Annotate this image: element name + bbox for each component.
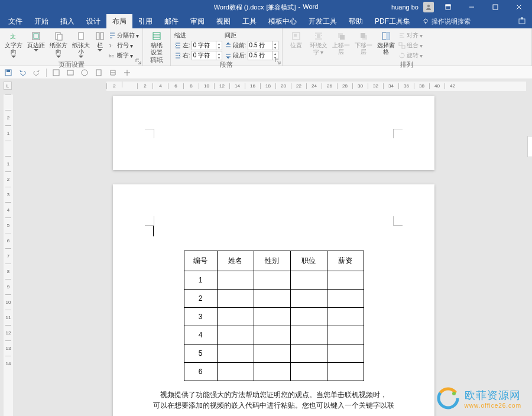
manuscript-settings-button[interactable]: 稿纸 设置 bbox=[147, 30, 167, 56]
share-icon[interactable] bbox=[518, 17, 526, 25]
indent-header: 缩进 bbox=[174, 31, 222, 40]
columns-button[interactable]: 栏 bbox=[93, 30, 106, 51]
svg-text:1·: 1· bbox=[109, 43, 113, 48]
ribbon-tabs: 文件 开始 插入 设计 布局 引用 邮件 审阅 视图 工具 模板中心 开发工具 … bbox=[0, 14, 532, 28]
indent-left-icon bbox=[174, 42, 181, 49]
table-header-cell[interactable]: 职位 bbox=[290, 251, 327, 271]
group-label-manuscript: 稿纸 bbox=[147, 56, 167, 66]
group-label-paragraph: 段落 bbox=[174, 60, 278, 70]
indent-right-row: 右: ▴▾ bbox=[174, 51, 222, 60]
spacing-header: 间距 bbox=[225, 31, 278, 40]
text-direction-icon: 文 bbox=[8, 31, 19, 41]
document-name: Word教程 ().docx bbox=[214, 3, 264, 12]
document-table[interactable]: 编号 姓名 性别 职位 薪资 1 2 3 4 5 6 bbox=[184, 251, 364, 381]
table-row[interactable]: 5 bbox=[184, 344, 364, 363]
table-row[interactable]: 4 bbox=[184, 326, 364, 344]
tab-tools[interactable]: 工具 bbox=[236, 14, 262, 28]
table-header-row[interactable]: 编号 姓名 性别 职位 薪资 bbox=[184, 251, 364, 271]
document-area[interactable]: 编号 姓名 性别 职位 薪资 1 2 3 4 5 6 视频提供了功能强大的方法帮… bbox=[15, 92, 532, 416]
indent-right-input[interactable]: ▴▾ bbox=[192, 51, 222, 60]
position-icon bbox=[291, 31, 301, 41]
wrap-text-button: 环绕文 字 ▾ bbox=[309, 30, 329, 56]
svg-text:文: 文 bbox=[10, 33, 16, 40]
table-header-cell[interactable]: 姓名 bbox=[217, 251, 254, 271]
line-numbers-button[interactable]: 1·行号▾ bbox=[109, 41, 139, 50]
orientation-button[interactable]: 纸张方向 bbox=[48, 30, 69, 58]
horizontal-ruler[interactable]: 224681012141618202224262830323436384042 bbox=[106, 82, 526, 91]
ruler-tab-selector[interactable]: L bbox=[4, 82, 12, 90]
chevron-down-icon bbox=[79, 56, 83, 58]
ribbon-display-options-icon[interactable] bbox=[439, 1, 458, 14]
tab-developer[interactable]: 开发工具 bbox=[303, 14, 343, 28]
chevron-down-icon bbox=[11, 56, 16, 58]
body-paragraph[interactable]: 视频提供了功能强大的方法帮助您证明您的观点。当您单击联机视频时， 可以在想要添加… bbox=[148, 389, 399, 411]
forward-icon bbox=[336, 31, 346, 41]
table-header-cell[interactable]: 编号 bbox=[184, 251, 217, 271]
svg-rect-33 bbox=[399, 43, 402, 46]
minimize-button[interactable] bbox=[462, 1, 481, 14]
spin-up[interactable]: ▴ bbox=[216, 41, 222, 46]
spin-up[interactable]: ▴ bbox=[272, 41, 278, 46]
indent-right-icon bbox=[174, 52, 181, 59]
maximize-button[interactable] bbox=[486, 1, 505, 14]
tab-layout[interactable]: 布局 bbox=[106, 14, 132, 28]
svg-rect-16 bbox=[79, 32, 83, 40]
table-row[interactable]: 6 bbox=[184, 363, 364, 381]
indent-left-input[interactable]: ▴▾ bbox=[192, 41, 222, 50]
dialog-launcher-icon[interactable] bbox=[135, 58, 141, 64]
dialog-launcher-icon[interactable] bbox=[275, 58, 281, 64]
rotate-button: 旋转▾ bbox=[398, 51, 423, 60]
spacing-after-icon bbox=[225, 52, 232, 59]
spin-down[interactable]: ▾ bbox=[216, 56, 222, 60]
tab-file[interactable]: 文件 bbox=[2, 14, 28, 28]
table-row[interactable]: 1 bbox=[184, 271, 364, 290]
tell-me-search[interactable]: 操作说明搜索 bbox=[422, 14, 471, 28]
text-direction-button[interactable]: 文 文字方向 bbox=[4, 30, 24, 58]
margins-button[interactable]: 页边距 bbox=[26, 30, 46, 51]
spin-down[interactable]: ▾ bbox=[216, 46, 222, 50]
size-button[interactable]: 纸张大小 bbox=[71, 30, 91, 58]
tab-home[interactable]: 开始 bbox=[28, 14, 54, 28]
spacing-after-input[interactable]: ▴▾ bbox=[248, 51, 278, 60]
vertical-ruler[interactable]: 211234567891011121314 bbox=[4, 95, 13, 416]
tab-template[interactable]: 模板中心 bbox=[262, 14, 303, 28]
tab-help[interactable]: 帮助 bbox=[343, 14, 369, 28]
spin-up[interactable]: ▴ bbox=[216, 51, 222, 56]
table-header-cell[interactable]: 薪资 bbox=[327, 251, 364, 271]
breaks-button[interactable]: 分隔符▾ bbox=[109, 31, 139, 40]
close-button[interactable] bbox=[510, 1, 528, 14]
svg-rect-13 bbox=[34, 34, 38, 38]
tab-pdf[interactable]: PDF工具集 bbox=[369, 14, 416, 28]
group-label-page-setup: 页面设置 bbox=[4, 60, 139, 70]
svg-point-10 bbox=[521, 17, 523, 20]
indent-left-row: 左: ▴▾ bbox=[174, 41, 222, 50]
tab-design[interactable]: 设计 bbox=[80, 14, 106, 28]
chevron-down-icon bbox=[34, 49, 38, 51]
tab-mailings[interactable]: 邮件 bbox=[158, 14, 184, 28]
page-size-icon bbox=[76, 31, 86, 41]
svg-rect-15 bbox=[57, 34, 62, 40]
table-header-cell[interactable]: 性别 bbox=[254, 251, 290, 271]
user-avatar-icon[interactable] bbox=[423, 2, 434, 12]
tab-view[interactable]: 视图 bbox=[210, 14, 236, 28]
hyphenation-button[interactable]: bc断字▾ bbox=[109, 51, 139, 60]
table-row[interactable]: 3 bbox=[184, 308, 364, 326]
lightbulb-icon bbox=[422, 18, 429, 25]
spacing-after-row: 段后: ▴▾ bbox=[225, 51, 278, 60]
group-paragraph: 缩进 左: ▴▾ 右: ▴▾ 间距 段前: ▴▾ bbox=[171, 28, 283, 66]
tab-insert[interactable]: 插入 bbox=[54, 14, 80, 28]
svg-rect-26 bbox=[317, 34, 320, 38]
page-previous bbox=[113, 96, 434, 170]
svg-rect-18 bbox=[100, 32, 103, 40]
spin-up[interactable]: ▴ bbox=[272, 51, 278, 56]
tab-review[interactable]: 审阅 bbox=[184, 14, 210, 28]
page-current[interactable]: 编号 姓名 性别 职位 薪资 1 2 3 4 5 6 视频提供了功能强大的方法帮… bbox=[113, 184, 434, 416]
spacing-before-input[interactable]: ▴▾ bbox=[248, 41, 278, 50]
svg-rect-21 bbox=[153, 32, 160, 40]
svg-rect-34 bbox=[402, 46, 405, 48]
spin-down[interactable]: ▾ bbox=[272, 46, 278, 50]
selection-pane-button[interactable]: 选择窗格 bbox=[376, 30, 396, 55]
tab-references[interactable]: 引用 bbox=[132, 14, 158, 28]
orientation-icon bbox=[53, 31, 64, 41]
table-row[interactable]: 2 bbox=[184, 290, 364, 308]
